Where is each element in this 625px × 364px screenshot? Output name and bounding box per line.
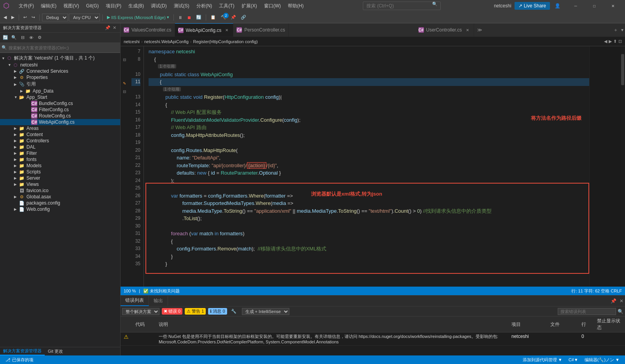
sidebar-footer-git-changes[interactable]: Git 更改 [45,348,66,355]
sidebar-item-scripts[interactable]: ▶ 📁 Scripts [0,169,120,175]
code-line-33[interactable]: config.Formatters.Remove(match); //移除请求头… [149,245,589,253]
toolbar-back-btn[interactable]: ◀ [2,14,9,21]
code-line-21[interactable]: name: "DefaultApi", [149,154,589,162]
col-project[interactable]: 项目 [508,317,547,332]
code-line-22[interactable]: routeTemplate: "api/{controller}/{action… [149,162,589,170]
minimize-button[interactable]: ─ [567,0,585,12]
sidebar-item-controllers[interactable]: ▶ 📁 Controllers [0,138,120,144]
build-select[interactable]: 生成 + IntelliSense [242,308,289,315]
menu-tools[interactable]: 工具(T) [216,1,237,11]
project-item[interactable]: ▼ ⬡ netceshi [0,62,120,68]
close-button[interactable]: ✕ [604,0,622,12]
menu-help[interactable]: 帮助(H) [285,1,307,11]
code-line-13[interactable]: public static void Register(HttpConfigur… [149,93,589,101]
menu-file[interactable]: 文件(F) [16,1,37,11]
toolbar-misc-1[interactable]: 📋 [208,14,218,21]
code-line-26[interactable]: var formatters = config.Formatters.Where… [149,192,589,200]
col-code[interactable]: 代码 [132,317,156,332]
code-line-27[interactable]: formatter.SupportedMediaTypes.Where(medi… [149,200,589,207]
code-line-15[interactable]: // Web API 配置和服务 [149,108,589,116]
bottom-tab-output[interactable]: 输出 [149,296,168,306]
code-line-32[interactable]: { [149,238,589,245]
warning-badge[interactable]: ⚠ 警告 1 [185,308,206,315]
menu-edit[interactable]: 编辑(E) [38,1,60,11]
scope-select[interactable]: 整个解决方案 [122,308,159,315]
sidebar-search-box[interactable]: 🔍 [0,43,120,53]
code-line-23[interactable]: defaults: new { id = RouteParameter.Opti… [149,169,589,177]
tab-overflow-icon[interactable]: ≫ [476,26,484,34]
sidebar-item-packages-config[interactable]: 📄 packages.config [0,200,120,206]
intellisense-filter-icon[interactable]: 🔧 [231,309,236,314]
run-button[interactable]: ▶ IIS Express (Microsoft Edge) ▾ [105,14,171,21]
sidebar-sync-btn[interactable]: 🔄 [2,34,9,42]
tab-values-controller[interactable]: C# ValuesController.cs [121,23,175,37]
info-badge[interactable]: ℹ 消息 0 [208,308,227,315]
breadcrumb-part-1[interactable]: netceshi [124,39,140,44]
toolbar-undo-btn[interactable]: ↩ [21,14,29,21]
breadcrumb-part-2[interactable]: netceshi.WebApiConfig [144,39,189,44]
sidebar-item-route-config[interactable]: C# RouteConfig.cs [0,113,120,119]
toolbar-forward-btn[interactable]: ▶ [9,14,16,21]
user-tab-close[interactable]: ✕ [464,27,471,33]
status-language[interactable]: C#▼ [566,357,581,362]
code-line-35[interactable]: } [149,260,589,268]
code-line-9-hint[interactable]: 1 个引用 [149,63,589,71]
code-line-19[interactable] [149,139,589,147]
code-line-10[interactable]: public static class WebApiConfig [149,71,589,79]
code-line-34[interactable]: } [149,253,589,261]
toolbar-redo-btn[interactable]: ↪ [30,14,37,21]
code-line-11[interactable]: { [149,78,589,86]
pause-btn[interactable]: ⏸ [176,14,184,21]
status-git-branch[interactable]: ⎇ 已保存的项 [3,357,36,363]
sidebar-close-icon[interactable]: ✕ [112,24,117,31]
status-add-source-control[interactable]: 添加到源代码管理 ▼ [520,357,565,363]
sidebar-collapse-btn[interactable]: ⊟ [19,34,26,42]
pin-icon[interactable]: 📌 [104,24,111,31]
sidebar-footer-solution-explorer[interactable]: 解决方案资源管理器 [0,347,45,355]
menu-window[interactable]: 窗口(W) [261,1,284,11]
split-editor-icon[interactable]: ⊡ [618,39,622,44]
code-editor[interactable]: 将方法名作为路径后缀 浏览器默认是xml格式,转为json namespace … [144,46,589,287]
editor-problems-status[interactable]: ✅ 未找到相关问题 [143,288,180,294]
global-search-input[interactable] [363,2,441,10]
col-suppress[interactable]: 禁止显示状态 [594,317,625,332]
table-row[interactable]: ⚠ 一些 NuGet 包是使用不同于当前目标框架的目标框架安装的。可能需要重新安… [121,332,625,346]
sidebar-item-dal[interactable]: ▶ 📁 DAL [0,144,120,150]
code-line-16[interactable]: FluentValidationModelValidatorProvider.C… [149,116,589,124]
menu-build[interactable]: 生成(B) [125,1,147,11]
bottom-panel-close-icon[interactable]: ✕ [618,297,625,305]
scroll-left-icon[interactable]: ◀ [604,39,607,44]
breadcrumb-part-3[interactable]: Register(HttpConfiguration config) [193,39,257,44]
code-line-24[interactable]: ); [149,177,589,185]
sidebar-item-connected-services[interactable]: ▶ 🔗 Connected Services [0,68,120,74]
debug-config-dropdown[interactable]: Debug [42,14,68,21]
stop-btn[interactable]: ⏹ [185,14,193,21]
sidebar-item-webapi-config[interactable]: C# WebApiConfig.cs [0,119,120,125]
menu-test[interactable]: 测试(S) [171,1,193,11]
live-share-button[interactable]: ↗ Live Share [515,2,550,10]
menu-analyze[interactable]: 分析(N) [193,1,215,11]
maximize-button[interactable]: □ [585,0,603,12]
gutter-8-collapse[interactable]: ⊟ [121,56,128,64]
code-line-20[interactable]: config.Routes.MapHttpRoute( [149,147,589,154]
solution-item[interactable]: ▼ ⬡ 解决方案 'netceshi' (1 个项目，共 1 个) [0,54,120,62]
collapse-expand-icon[interactable]: ⬆ [613,39,617,44]
code-line-18[interactable]: config.MapHttpAttributeRoutes(); [149,131,589,139]
bottom-panel-pin-icon[interactable]: 📌 [609,297,618,305]
bottom-tab-errors[interactable]: 错误列表 [121,296,149,306]
menu-project[interactable]: 项目(P) [103,1,124,11]
col-severity[interactable] [121,317,132,332]
code-line-28[interactable]: media.MediaType.ToString() == "applicati… [149,207,589,215]
col-file[interactable]: 文件 [547,317,578,332]
sidebar-item-content[interactable]: ▶ 📁 Content [0,131,120,138]
code-line-8[interactable]: { [149,56,589,63]
sidebar-item-fonts[interactable]: ▶ 📁 fonts [0,156,120,163]
toolbar-misc-2[interactable]: 🔨 2 [219,14,228,21]
sidebar-settings-btn[interactable]: ⚙ [36,34,44,42]
sidebar-item-filter-config[interactable]: C# FilterConfig.cs [0,107,120,113]
code-line-7[interactable]: namespace netceshi [149,48,589,56]
tab-person-controller[interactable]: C# PersonController.cs [233,23,289,37]
sidebar-item-favicon[interactable]: 🖼 favicon.ico [0,187,120,194]
menu-extensions[interactable]: 扩展(X) [238,1,260,11]
menu-git[interactable]: Git(G) [83,2,102,10]
